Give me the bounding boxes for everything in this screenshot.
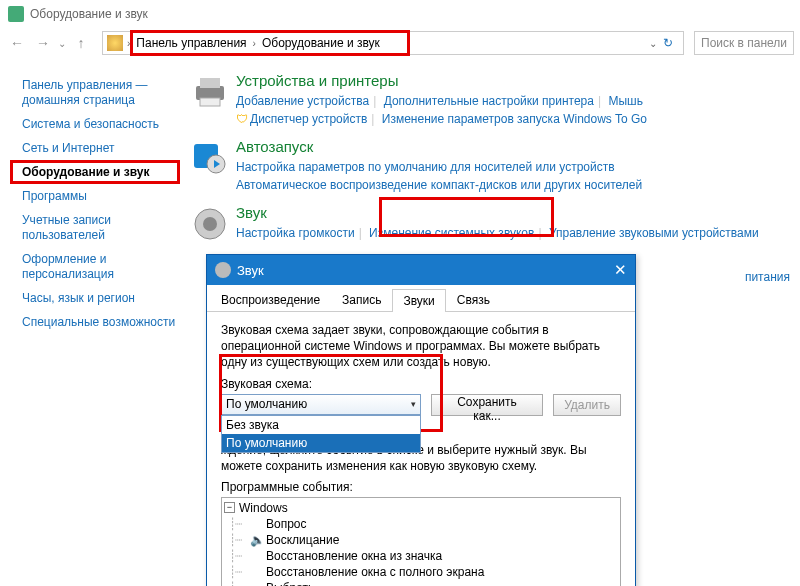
sidebar-item-hardware-sound[interactable]: Оборудование и звук xyxy=(22,165,190,180)
scheme-label: Звуковая схема: xyxy=(221,377,621,391)
link-device-manager[interactable]: Диспетчер устройств xyxy=(250,112,367,126)
event-item[interactable]: Восклицание xyxy=(266,533,339,547)
link-printer-settings[interactable]: Дополнительные настройки принтера xyxy=(384,94,594,108)
scheme-description: Звуковая схема задает звуки, сопровождаю… xyxy=(221,322,621,371)
breadcrumb-bar[interactable]: › Панель управления › Оборудование и зву… xyxy=(102,31,684,55)
window-title-bar: Оборудование и звук xyxy=(0,0,800,28)
sound-dialog: Звук ✕ Воспроизведение Запись Звуки Связ… xyxy=(206,254,636,586)
svg-point-7 xyxy=(203,217,217,231)
scheme-dropdown[interactable]: По умолчанию ▾ Без звука По умолчанию xyxy=(221,394,421,415)
history-dropdown[interactable]: ⌄ xyxy=(58,38,66,49)
tab-recording[interactable]: Запись xyxy=(331,288,392,311)
printer-icon xyxy=(190,72,230,112)
sidebar-item-clock[interactable]: Часы, язык и регион xyxy=(22,291,190,306)
breadcrumb-item[interactable]: Оборудование и звук xyxy=(256,36,386,50)
tab-sounds[interactable]: Звуки xyxy=(392,289,445,312)
link-volume[interactable]: Настройка громкости xyxy=(236,226,355,240)
event-item[interactable]: Восстановление окна с полного экрана xyxy=(266,565,484,579)
scheme-option[interactable]: По умолчанию xyxy=(222,434,420,452)
sidebar-item-system[interactable]: Система и безопасность xyxy=(22,117,190,132)
window-title: Оборудование и звук xyxy=(30,7,148,21)
collapse-icon[interactable]: − xyxy=(224,502,235,513)
control-panel-icon xyxy=(107,35,123,51)
sidebar-item-accessibility[interactable]: Специальные возможности xyxy=(22,315,190,330)
link-autoplay-cd[interactable]: Автоматическое воспроизведение компакт-д… xyxy=(236,178,642,192)
sound-icon: 🔈 xyxy=(250,533,262,547)
scheme-selected: По умолчанию xyxy=(226,397,307,411)
sound-icon xyxy=(215,262,231,278)
link-add-device[interactable]: Добавление устройства xyxy=(236,94,369,108)
close-button[interactable]: ✕ xyxy=(614,261,627,279)
svg-rect-2 xyxy=(200,98,220,106)
dialog-tabs: Воспроизведение Запись Звуки Связь xyxy=(207,285,635,312)
category-title[interactable]: Автозапуск xyxy=(236,138,642,155)
breadcrumb-item[interactable]: Панель управления xyxy=(130,36,252,50)
link-audio-devices[interactable]: Управление звуковыми устройствами xyxy=(549,226,759,240)
sidebar-item-users[interactable]: Учетные записи пользователей xyxy=(22,213,190,243)
dialog-title-bar[interactable]: Звук ✕ xyxy=(207,255,635,285)
event-item[interactable]: Выбрать xyxy=(266,581,314,586)
autoplay-icon xyxy=(190,138,230,178)
tab-playback[interactable]: Воспроизведение xyxy=(210,288,331,311)
nav-row: ← → ⌄ ↑ › Панель управления › Оборудован… xyxy=(0,28,800,58)
link-windows-to-go[interactable]: Изменение параметров запуска Windows To … xyxy=(382,112,647,126)
breadcrumb-dropdown[interactable]: ⌄ xyxy=(649,38,657,49)
search-placeholder: Поиск в панели xyxy=(701,36,787,50)
forward-button[interactable]: → xyxy=(32,32,54,54)
back-button[interactable]: ← xyxy=(6,32,28,54)
tree-root[interactable]: Windows xyxy=(239,501,288,515)
link-power-fragment[interactable]: питания xyxy=(745,270,790,284)
sidebar-item-network[interactable]: Сеть и Интернет xyxy=(22,141,190,156)
sidebar-item-programs[interactable]: Программы xyxy=(22,189,190,204)
dialog-title: Звук xyxy=(237,263,264,278)
link-autoplay-defaults[interactable]: Настройка параметров по умолчанию для но… xyxy=(236,160,615,174)
sidebar-item-appearance[interactable]: Оформление и персонализация xyxy=(22,252,190,282)
svg-rect-1 xyxy=(200,78,220,88)
chevron-down-icon: ▾ xyxy=(411,399,416,409)
category-title[interactable]: Звук xyxy=(236,204,759,221)
save-as-button[interactable]: Сохранить как... xyxy=(431,394,543,416)
search-input[interactable]: Поиск в панели xyxy=(694,31,794,55)
sidebar: Панель управления — домашняя страница Си… xyxy=(0,68,190,339)
up-button[interactable]: ↑ xyxy=(70,32,92,54)
speaker-icon xyxy=(190,204,230,244)
scheme-options-list: Без звука По умолчанию xyxy=(221,415,421,453)
event-item[interactable]: Восстановление окна из значка xyxy=(266,549,442,563)
event-item[interactable]: Вопрос xyxy=(266,517,307,531)
tab-communications[interactable]: Связь xyxy=(446,288,501,311)
sound-icon xyxy=(8,6,24,22)
delete-button: Удалить xyxy=(553,394,621,416)
shield-icon: 🛡 xyxy=(236,112,248,126)
link-mouse[interactable]: Мышь xyxy=(608,94,643,108)
scheme-option[interactable]: Без звука xyxy=(222,416,420,434)
refresh-button[interactable]: ↻ xyxy=(657,36,679,50)
events-label: Программные события: xyxy=(221,480,621,494)
category-title[interactable]: Устройства и принтеры xyxy=(236,72,647,89)
sidebar-item-home[interactable]: Панель управления — домашняя страница xyxy=(22,78,190,108)
link-system-sounds[interactable]: Изменение системных звуков xyxy=(369,226,534,240)
events-tree[interactable]: − Windows ┊┈Вопрос ┊┈🔈Восклицание ┊┈Восс… xyxy=(221,497,621,586)
